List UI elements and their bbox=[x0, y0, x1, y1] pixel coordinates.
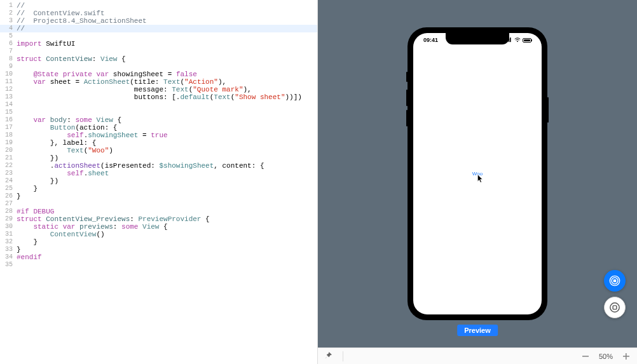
iphone-device-mock: 09:41 bbox=[408, 27, 547, 320]
line-number: 11 bbox=[0, 78, 17, 86]
code-line[interactable]: }) bbox=[17, 154, 317, 162]
code-line[interactable]: self.sheet bbox=[17, 170, 317, 177]
svg-rect-0 bbox=[505, 41, 507, 42]
duplicate-preview-button[interactable] bbox=[604, 297, 626, 318]
zoom-in-button[interactable] bbox=[622, 352, 631, 361]
line-number: 7 bbox=[0, 48, 17, 55]
preview-toolbar: 50% bbox=[318, 347, 637, 364]
svg-rect-3 bbox=[510, 37, 511, 42]
code-line[interactable]: // bbox=[17, 25, 317, 32]
code-line[interactable] bbox=[17, 109, 317, 116]
preview-canvas[interactable]: 09:41 bbox=[318, 0, 637, 347]
code-line[interactable]: ContentView() bbox=[17, 231, 317, 238]
line-number: 31 bbox=[0, 231, 17, 238]
code-line[interactable]: } bbox=[17, 192, 317, 200]
line-number: 27 bbox=[0, 200, 17, 208]
code-line[interactable]: .actionSheet(isPresented: $showingSheet,… bbox=[17, 162, 317, 170]
live-preview-button[interactable] bbox=[604, 270, 626, 292]
line-number: 4 bbox=[0, 25, 17, 32]
line-number: 16 bbox=[0, 116, 17, 124]
code-line[interactable]: var sheet = ActionSheet(title: Text("Act… bbox=[17, 78, 317, 86]
code-line[interactable] bbox=[17, 48, 317, 55]
code-line[interactable]: import SwiftUI bbox=[17, 40, 317, 48]
line-number: 30 bbox=[0, 223, 17, 231]
code-line[interactable]: static var previews: some View { bbox=[17, 223, 317, 231]
device-side-button bbox=[406, 110, 408, 126]
code-line[interactable] bbox=[17, 101, 317, 109]
line-number: 32 bbox=[0, 238, 17, 246]
line-number: 13 bbox=[0, 93, 17, 101]
code-line[interactable]: // ContentView.swift bbox=[17, 10, 317, 17]
code-line[interactable] bbox=[17, 261, 317, 269]
line-number: 14 bbox=[0, 101, 17, 109]
signal-icon bbox=[505, 37, 512, 43]
woo-button[interactable]: Woo bbox=[472, 171, 483, 177]
svg-rect-12 bbox=[626, 353, 627, 360]
code-line[interactable]: var body: some View { bbox=[17, 116, 317, 124]
line-number: 35 bbox=[0, 261, 17, 269]
zoom-out-button[interactable] bbox=[581, 352, 590, 361]
line-number: 3 bbox=[0, 17, 17, 25]
live-preview-icon bbox=[609, 275, 620, 286]
plus-icon bbox=[622, 353, 630, 360]
line-number: 25 bbox=[0, 185, 17, 192]
line-number: 28 bbox=[0, 208, 17, 215]
device-side-button bbox=[547, 97, 549, 123]
line-number: 26 bbox=[0, 192, 17, 200]
line-number: 22 bbox=[0, 162, 17, 170]
line-number: 20 bbox=[0, 147, 17, 154]
svg-rect-10 bbox=[582, 356, 589, 357]
status-time: 09:41 bbox=[423, 37, 438, 43]
code-line[interactable]: self.showingSheet = true bbox=[17, 131, 317, 139]
code-line[interactable]: buttons: [.default(Text("Show sheet"))]) bbox=[17, 93, 317, 101]
line-number: 21 bbox=[0, 154, 17, 162]
line-number: 8 bbox=[0, 55, 17, 63]
line-number: 15 bbox=[0, 109, 17, 116]
svg-rect-2 bbox=[509, 39, 510, 43]
battery-icon bbox=[523, 38, 531, 43]
code-line[interactable]: #if DEBUG bbox=[17, 208, 317, 215]
code-line[interactable]: struct ContentView: View { bbox=[17, 55, 317, 63]
code-editor[interactable]: 1234567891011121314151617181920212223242… bbox=[0, 0, 318, 364]
pin-icon bbox=[324, 351, 332, 360]
code-line[interactable]: } bbox=[17, 185, 317, 192]
toolbar-divider bbox=[343, 351, 343, 361]
code-line[interactable]: }, label: { bbox=[17, 139, 317, 147]
line-number: 17 bbox=[0, 124, 17, 131]
code-line[interactable]: message: Text("Quote mark"), bbox=[17, 86, 317, 93]
line-number: 18 bbox=[0, 131, 17, 139]
line-number: 1 bbox=[0, 2, 17, 10]
zoom-level: 50% bbox=[599, 353, 613, 360]
code-line[interactable] bbox=[17, 32, 317, 40]
line-number: 5 bbox=[0, 32, 17, 40]
code-line[interactable]: } bbox=[17, 238, 317, 246]
line-number: 2 bbox=[0, 10, 17, 17]
svg-rect-1 bbox=[507, 39, 508, 42]
code-lines[interactable]: //// ContentView.swift// Project8.4_Show… bbox=[17, 0, 317, 269]
line-number: 23 bbox=[0, 170, 17, 177]
code-line[interactable] bbox=[17, 63, 317, 71]
code-line[interactable]: // bbox=[17, 2, 317, 10]
code-line[interactable]: Text("Woo") bbox=[17, 147, 317, 154]
line-number: 29 bbox=[0, 215, 17, 223]
svg-point-4 bbox=[517, 41, 518, 42]
line-number: 34 bbox=[0, 253, 17, 261]
pin-preview-button[interactable] bbox=[324, 351, 332, 361]
line-number-gutter: 1234567891011121314151617181920212223242… bbox=[0, 0, 17, 269]
device-side-button bbox=[406, 90, 408, 106]
code-line[interactable]: // Project8.4_Show_actionSheet bbox=[17, 17, 317, 25]
code-line[interactable]: } bbox=[17, 246, 317, 253]
line-number: 19 bbox=[0, 139, 17, 147]
code-line[interactable]: #endif bbox=[17, 253, 317, 261]
svg-point-8 bbox=[610, 303, 619, 312]
status-bar: 09:41 bbox=[413, 36, 542, 44]
code-line[interactable]: }) bbox=[17, 177, 317, 185]
line-number: 10 bbox=[0, 71, 17, 78]
code-line[interactable] bbox=[17, 200, 317, 208]
line-number: 24 bbox=[0, 177, 17, 185]
preview-label-chip[interactable]: Preview bbox=[457, 325, 498, 336]
code-line[interactable]: Button(action: { bbox=[17, 124, 317, 131]
code-line[interactable]: struct ContentView_Previews: PreviewProv… bbox=[17, 215, 317, 223]
code-line[interactable]: @State private var showingSheet = false bbox=[17, 71, 317, 78]
preview-panel: 09:41 bbox=[318, 0, 637, 364]
